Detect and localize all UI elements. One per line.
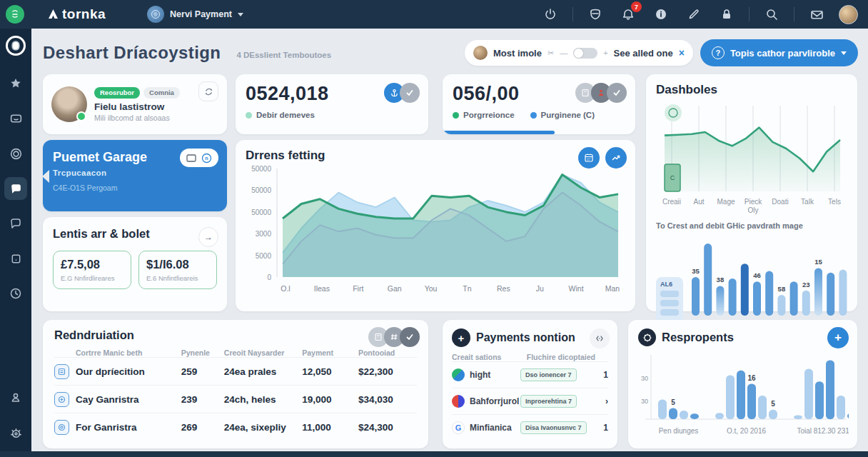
svg-text:23: 23	[802, 281, 810, 288]
redndruiation-table-card: Redndruiation Cortrre Manic beth Pynenle…	[43, 320, 428, 448]
amount-box-usd[interactable]: $1/I6.08 E.6 Nnfintfieareis	[138, 251, 217, 289]
plus-icon: +	[452, 328, 470, 347]
header-filter-pill[interactable]: Most imole ✂ — + See alled one ×	[465, 40, 693, 66]
divider	[572, 7, 573, 21]
power-icon[interactable]	[540, 4, 561, 25]
sidebar	[0, 29, 31, 451]
search-icon[interactable]	[761, 4, 782, 25]
nav-payment-dropdown[interactable]: Nervi Payment	[147, 6, 243, 23]
svg-text:0: 0	[267, 273, 271, 281]
sidebar-item-chat-active[interactable]	[4, 177, 27, 200]
sidebar-item-card[interactable]	[4, 247, 27, 270]
card-icon	[10, 253, 22, 265]
cell-creoit: 24ea, sixepliy	[224, 422, 302, 433]
person-icon	[9, 391, 22, 404]
cell-pynenle: 269	[181, 422, 224, 433]
pencil-icon[interactable]	[683, 4, 705, 25]
check-icon[interactable]	[400, 83, 420, 103]
svg-text:Firt: Firt	[353, 284, 363, 293]
payments-title: Payments nontion	[476, 331, 575, 344]
arrow-button[interactable]: →	[198, 227, 218, 247]
amount-label: E.6 Nnfintfieareis	[146, 274, 209, 282]
check-icon[interactable]	[400, 327, 420, 347]
payment-coin-icon	[147, 6, 164, 23]
garage-actions[interactable]: n	[180, 149, 218, 167]
info-icon[interactable]	[650, 4, 672, 25]
chevron-down-icon	[238, 13, 243, 16]
user-avatar[interactable]	[839, 5, 858, 24]
calendar-icon[interactable]	[578, 147, 600, 169]
mail-icon[interactable]	[806, 4, 827, 25]
col-header: Pontooiad	[358, 348, 417, 357]
bubble-icon	[9, 217, 22, 230]
svg-text:Res: Res	[497, 284, 510, 293]
payment-badge: Dso ionencer 7	[520, 368, 577, 381]
scissors-icon: ✂	[547, 49, 554, 58]
svg-text:5: 5	[771, 400, 775, 408]
svg-text:O.t, 20 2016: O.t, 20 2016	[727, 427, 766, 435]
payment-value: 1	[603, 370, 608, 380]
amount-value: $1/I6.08	[146, 258, 209, 271]
divider	[749, 7, 750, 21]
see-all-link[interactable]: See alled one	[614, 48, 673, 59]
cell-pontooiad: $24,300	[358, 422, 417, 433]
sidebar-item-favorites[interactable]	[4, 72, 27, 95]
sidebar-item-bubble[interactable]	[4, 212, 27, 235]
close-icon[interactable]: ×	[679, 47, 685, 59]
svg-text:Ileas: Ileas	[314, 284, 330, 293]
svg-text:Wint: Wint	[569, 284, 584, 293]
lock-icon[interactable]	[716, 4, 737, 25]
cell-name: Cay Ganristra	[76, 394, 181, 405]
chart-trend-icon[interactable]	[605, 147, 627, 169]
table-row[interactable]: For Ganristra 269 24ea, sixepliy 11,000 …	[54, 413, 417, 441]
google-icon: G	[452, 421, 465, 434]
brand-logo[interactable]: tornka	[47, 6, 106, 22]
sidebar-item-target[interactable]	[4, 142, 27, 165]
cell-creoit: 24ch, heles	[224, 394, 302, 405]
svg-text:35: 35	[692, 267, 700, 275]
sidebar-item-monitor[interactable]	[4, 107, 27, 130]
add-button[interactable]: +	[827, 327, 849, 348]
bell-icon[interactable]: 7	[617, 4, 639, 25]
sidebar-item-history[interactable]	[4, 282, 27, 305]
profile-subtitle: Mili ilbcomd at alsoaas	[94, 114, 180, 122]
svg-text:Pieck: Pieck	[745, 198, 762, 206]
payment-row[interactable]: G Minfianica Disa Ivaonusnvc 7 1	[452, 414, 608, 441]
payment-row[interactable]: hight Dso ionencer 7 1	[452, 361, 608, 388]
shield-icon[interactable]	[585, 4, 606, 25]
dashboles-title: Dashboles	[656, 83, 847, 97]
sidebar-item-profile[interactable]	[4, 386, 27, 409]
col-header: Payment	[302, 348, 358, 357]
sidebar-item-settings[interactable]	[4, 421, 27, 444]
payments-card: + Payments nontion Creait sations Fluchi…	[443, 320, 617, 448]
expand-button[interactable]	[590, 328, 610, 348]
sidebar-logo-icon[interactable]	[6, 36, 26, 56]
col-header: Creoit Naysarder	[224, 348, 302, 357]
garage-card[interactable]: Puemet Garage Trcpucaacon C4E-O1S Pergoa…	[43, 140, 227, 211]
refresh-button[interactable]	[198, 81, 218, 101]
header-toggle[interactable]	[573, 48, 597, 59]
svg-text:50000: 50000	[251, 209, 271, 216]
svg-text:30: 30	[641, 375, 648, 382]
svg-text:3000: 3000	[256, 230, 272, 238]
payment-badge: Disa Ivaonusnvc 7	[520, 421, 587, 434]
pay-col-2: Fluchire dicoptaied	[527, 353, 595, 361]
stat-legend-2: Purginene (C)	[541, 111, 595, 119]
cell-payment: 11,000	[302, 422, 358, 433]
table-row[interactable]: Cay Ganristra 239 24ch, heles 19,000 $34…	[54, 385, 417, 413]
table-row[interactable]: Our dpríecition 259 24ea prales 12,050 $…	[54, 357, 417, 385]
dash-icon: —	[560, 49, 567, 57]
svg-text:Creaii: Creaii	[662, 198, 681, 206]
respropents-bar-chart: 30305Pen diunges165O.t, 20 2016Toial 812…	[638, 346, 847, 449]
primary-action-button[interactable]: ? Topis cathor parvliroble	[700, 39, 858, 66]
lentis-title: Lentis arr & bolet	[53, 227, 217, 241]
svg-text:Man: Man	[605, 284, 620, 293]
garage-subtitle: Trcpucaacon	[53, 169, 217, 177]
col-header: Cortrre Manic beth	[76, 348, 181, 357]
check-icon[interactable]	[607, 83, 627, 103]
amount-box-gbp[interactable]: £7.5,08 E.G Nnfirdlireares	[53, 251, 131, 289]
payment-row[interactable]: Bahforrjurol Inproerehtina 7 ›	[452, 388, 608, 414]
payment-name: Minfianica	[470, 423, 515, 433]
profile-photo	[51, 86, 87, 122]
bottom-bar	[0, 451, 868, 457]
